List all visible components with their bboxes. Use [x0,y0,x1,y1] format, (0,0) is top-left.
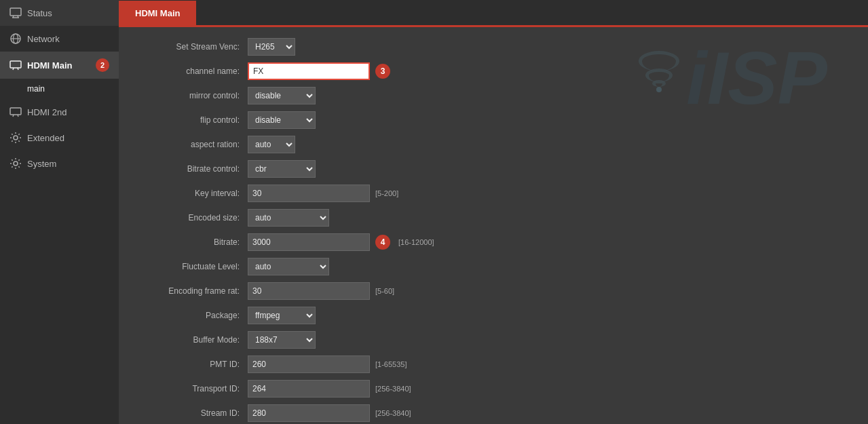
sidebar-item-network-label: Network [27,34,60,44]
bitrate-row: Bitrate: 4 [16-12000] [139,233,848,251]
pmt-id-hint: [1-65535] [375,360,407,368]
monitor-icon [10,7,22,19]
sidebar-item-status-label: Status [27,8,52,18]
bitrate-input[interactable] [248,233,370,251]
sidebar-item-extended[interactable]: Extended [0,125,119,151]
transport-id-row: Transport ID: [256-3840] [139,380,848,398]
sidebar-sub-main[interactable]: main [0,79,119,99]
aspect-ration-label: aspect ration: [139,140,248,149]
sidebar-item-network[interactable]: Network [0,26,119,52]
form-area: iISP Set Stream Venc: H265 H264 channel … [119,27,868,424]
svg-line-9 [18,68,18,70]
svg-line-12 [18,115,18,117]
package-label: Package: [139,311,248,320]
gear2-icon [10,157,22,170]
sidebar-item-hdmi-main[interactable]: HDMI Main 2 [0,52,119,79]
bitrate-control-select[interactable]: cbr vbr [248,160,316,178]
screen-icon [10,59,22,71]
flip-control-label: flip control: [139,115,248,125]
sidebar-item-hdmi-2nd[interactable]: HDMI 2nd [0,99,119,125]
key-interval-input[interactable] [248,185,370,202]
channel-name-input[interactable] [248,62,370,80]
buffer-mode-label: Buffer Mode: [139,335,248,345]
transport-id-input[interactable] [248,380,370,398]
tab-hdmi-main[interactable]: HDMI Main [119,1,196,25]
stream-id-hint: [256-3840] [375,409,411,417]
step-badge-4: 4 [375,235,390,250]
sidebar-item-status[interactable]: Status [0,0,119,26]
aspect-ration-select[interactable]: auto 4:3 16:9 [248,136,295,153]
bitrate-control-row: Bitrate control: cbr vbr [139,160,848,178]
bitrate-control-label: Bitrate control: [139,164,248,174]
channel-name-label: channel name: [139,66,248,76]
sidebar-item-system-label: System [27,159,56,169]
flip-control-row: flip control: disable enable [139,111,848,129]
bitrate-label: Bitrate: [139,237,248,247]
encoded-size-select[interactable]: auto 1920x1080 1280x720 [248,209,329,227]
hdmi-main-badge: 2 [96,58,109,72]
pmt-id-input[interactable] [248,355,370,373]
encoding-frame-rat-hint: [5-60] [375,287,394,295]
transport-id-label: Transport ID: [139,384,248,393]
fluctuate-level-select[interactable]: auto low medium high [248,258,329,275]
set-stream-venc-row: Set Stream Venc: H265 H264 [139,38,848,56]
fluctuate-level-row: Fluctuate Level: auto low medium high [139,258,848,275]
encoding-frame-rat-input[interactable] [248,282,370,300]
encoding-frame-rat-row: Encoding frame rat: [5-60] [139,282,848,300]
package-row: Package: ffmpeg mpegts [139,307,848,324]
step-badge-3: 3 [375,64,390,79]
sidebar: Status Network HDMI Main [0,0,119,424]
sidebar-item-extended-label: Extended [27,133,64,143]
mirror-control-label: mirror control: [139,91,248,100]
flip-control-select[interactable]: disable enable [248,111,316,129]
encoded-size-label: Encoded size: [139,213,248,223]
sidebar-item-hdmi-main-label: HDMI Main [27,60,72,71]
svg-line-11 [13,115,14,117]
stream-id-label: Stream ID: [139,408,248,418]
set-stream-venc-select[interactable]: H265 H264 [248,38,295,56]
sidebar-item-hdmi-2nd-label: HDMI 2nd [27,107,67,117]
svg-rect-7 [10,61,21,68]
tab-bar: HDMI Main [119,0,868,27]
transport-id-hint: [256-3840] [375,385,411,393]
key-interval-row: Key interval: [5-200] [139,185,848,202]
screen2-icon [10,106,22,118]
key-interval-label: Key interval: [139,189,248,198]
package-select[interactable]: ffmpeg mpegts [248,307,316,324]
encoded-size-row: Encoded size: auto 1920x1080 1280x720 [139,209,848,227]
buffer-mode-row: Buffer Mode: 188x7 188x14 188x21 [139,331,848,349]
sidebar-sub-main-label: main [27,84,45,94]
aspect-ration-row: aspect ration: auto 4:3 16:9 [139,136,848,153]
stream-id-row: Stream ID: [256-3840] [139,404,848,422]
sidebar-item-system[interactable]: System [0,151,119,176]
svg-point-13 [14,136,18,140]
key-interval-hint: [5-200] [375,189,398,197]
svg-rect-0 [10,8,21,16]
svg-line-8 [13,68,14,70]
svg-point-14 [14,161,18,166]
pmt-id-label: PMT ID: [139,360,248,369]
stream-id-input[interactable] [248,404,370,422]
set-stream-venc-label: Set Stream Venc: [139,42,248,52]
mirror-control-select[interactable]: disable enable [248,87,316,104]
gear-icon [10,132,22,144]
fluctuate-level-label: Fluctuate Level: [139,262,248,271]
encoding-frame-rat-label: Encoding frame rat: [139,286,248,296]
channel-name-row: channel name: 3 [139,62,848,80]
buffer-mode-select[interactable]: 188x7 188x14 188x21 [248,331,316,349]
svg-rect-10 [10,108,21,115]
mirror-control-row: mirror control: disable enable [139,87,848,104]
globe-icon [10,33,22,45]
content-area: HDMI Main iISP Set Stream Venc: [119,0,868,424]
bitrate-hint: [16-12000] [398,238,434,246]
pmt-id-row: PMT ID: [1-65535] [139,355,848,373]
